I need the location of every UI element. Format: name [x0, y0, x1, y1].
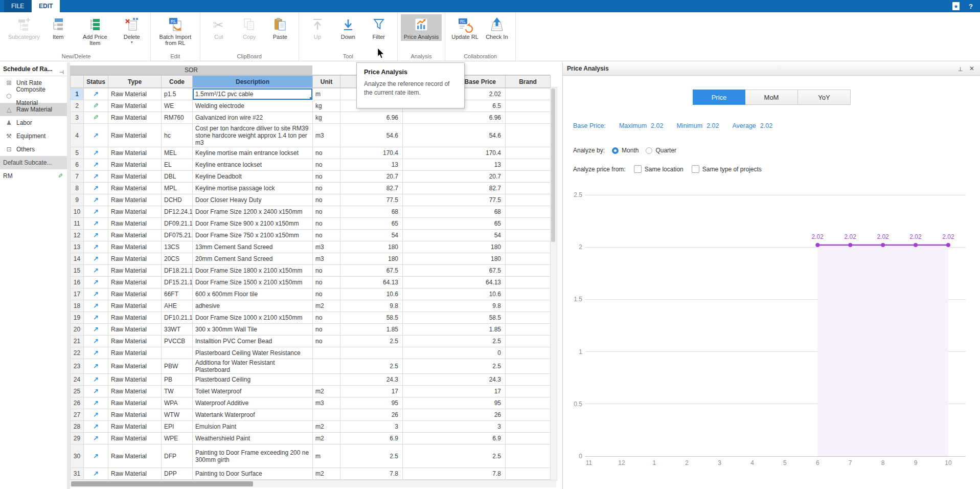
description-cell[interactable]: Toilet Waterproof [193, 386, 313, 397]
checkbox-icon[interactable] [634, 165, 642, 173]
code-cell[interactable]: DF12.24.1 [162, 206, 193, 218]
radio-quarter-icon[interactable] [646, 147, 652, 154]
brand-cell[interactable] [506, 218, 551, 230]
rate-cell[interactable]: 77.5 [340, 194, 403, 206]
description-cell[interactable]: Door Frame Size 1800 x 2100 x150mm [193, 265, 313, 277]
row-number-cell[interactable]: 11 [71, 218, 84, 230]
code-cell[interactable]: DF075.21. [162, 230, 193, 241]
status-cell[interactable]: ↗ [84, 312, 108, 324]
description-cell[interactable]: Waterproof Additive [193, 397, 313, 409]
status-cell[interactable]: ↗ [84, 159, 108, 171]
rate-cell[interactable]: 17 [340, 386, 403, 397]
type-cell[interactable]: Raw Material [108, 397, 162, 409]
description-cell[interactable]: 1.5mm²/1C pvc cable [193, 88, 313, 100]
code-cell[interactable]: EPI [162, 421, 193, 433]
brand-cell[interactable] [506, 147, 551, 159]
row-number-cell[interactable]: 8 [71, 183, 84, 194]
tab-price[interactable]: Price [693, 90, 745, 105]
base-price-cell[interactable]: 54 [403, 230, 506, 241]
type-cell[interactable]: Raw Material [108, 421, 162, 433]
type-cell[interactable]: Raw Material [108, 171, 162, 183]
status-cell[interactable]: ↗ [84, 409, 108, 421]
status-cell[interactable]: ↗ [84, 230, 108, 241]
base-price-cell[interactable]: 6.9 [403, 433, 506, 444]
pin-icon[interactable]: ⊤ [55, 70, 69, 75]
unit-cell[interactable]: no [313, 171, 340, 183]
description-cell[interactable]: 300 x 300mm Wall Tile [193, 324, 313, 336]
rate-cell[interactable]: 2.5 [340, 336, 403, 347]
brand-cell[interactable] [506, 397, 551, 409]
unit-cell[interactable] [313, 347, 340, 359]
rate-cell[interactable]: 7.8 [340, 468, 403, 480]
type-cell[interactable]: Raw Material [108, 288, 162, 300]
rate-cell[interactable]: 54 [340, 230, 403, 241]
status-cell[interactable]: ↗ [84, 468, 108, 480]
brand-cell[interactable] [506, 336, 551, 347]
vertical-scrollbar[interactable] [550, 87, 557, 481]
type-cell[interactable]: Raw Material [108, 194, 162, 206]
type-cell[interactable]: Raw Material [108, 183, 162, 194]
rate-cell[interactable]: 1.85 [340, 324, 403, 336]
status-cell[interactable]: ↗ [84, 433, 108, 444]
status-cell[interactable]: ↗ [84, 147, 108, 159]
status-cell[interactable]: ↗ [84, 324, 108, 336]
description-cell[interactable]: Watertank Waterproof [193, 409, 313, 421]
code-cell[interactable]: WTW [162, 409, 193, 421]
row-number-cell[interactable]: 26 [71, 397, 84, 409]
close-icon[interactable]: ✕ [969, 62, 974, 75]
status-cell[interactable]: ↗ [84, 421, 108, 433]
code-cell[interactable]: WPA [162, 397, 193, 409]
rate-cell[interactable]: 3 [340, 421, 403, 433]
code-cell[interactable]: MPL [162, 183, 193, 194]
rate-cell[interactable]: 13 [340, 159, 403, 171]
status-cell[interactable]: ↗ [84, 277, 108, 288]
code-cell[interactable]: WPE [162, 433, 193, 444]
down-button[interactable]: Down [333, 14, 363, 41]
bookmark-icon[interactable]: ★ [952, 2, 960, 10]
row-number-cell[interactable]: 21 [71, 336, 84, 347]
brand-cell[interactable] [506, 124, 551, 147]
rate-cell[interactable]: 26 [340, 409, 403, 421]
row-number-cell[interactable]: 2 [71, 100, 84, 112]
description-cell[interactable]: Door Frame Size 1000 x 2100 x150mm [193, 312, 313, 324]
rate-cell[interactable]: 6.9 [340, 433, 403, 444]
type-cell[interactable]: Raw Material [108, 241, 162, 253]
code-cell[interactable]: DF09.21.1 [162, 218, 193, 230]
radio-quarter[interactable]: Quarter [646, 147, 676, 154]
description-cell[interactable]: Door Frame Size 750 x 2100 x150mm [193, 230, 313, 241]
description-cell[interactable]: Galvanized iron wire #22 [193, 112, 313, 124]
row-number-cell[interactable]: 29 [71, 433, 84, 444]
code-cell[interactable]: PVCCB [162, 336, 193, 347]
brand-cell[interactable] [506, 230, 551, 241]
description-cell[interactable]: Weathershield Paint [193, 433, 313, 444]
type-cell[interactable]: Raw Material [108, 386, 162, 397]
update-rl-button[interactable]: RLUpdate RL [448, 14, 482, 41]
description-cell[interactable]: Welding electrode [193, 100, 313, 112]
status-cell[interactable]: ↗ [84, 336, 108, 347]
unit-cell[interactable]: kg [313, 112, 340, 124]
description-cell[interactable]: 600 x 600mm Floor tile [193, 288, 313, 300]
status-cell[interactable]: ↗ [84, 444, 108, 468]
unit-cell[interactable]: no [313, 312, 340, 324]
description-cell[interactable]: Door Frame Size 900 x 2100 x150mm [193, 218, 313, 230]
unit-cell[interactable]: m2 [313, 468, 340, 480]
status-cell[interactable]: ↗ [84, 374, 108, 386]
status-cell[interactable]: ↗ [84, 253, 108, 265]
base-price-cell[interactable]: 9.8 [403, 300, 506, 312]
add-price-item-button[interactable]: Add Price Item [74, 14, 117, 47]
brand-cell[interactable] [506, 468, 551, 480]
unit-cell[interactable]: no [313, 288, 340, 300]
unit-cell[interactable]: m3 [313, 124, 340, 147]
description-cell[interactable]: Door Closer Heavy Duty [193, 194, 313, 206]
status-cell[interactable]: ↗ [84, 206, 108, 218]
code-cell[interactable]: DCHD [162, 194, 193, 206]
brand-cell[interactable] [506, 183, 551, 194]
brand-cell[interactable] [506, 194, 551, 206]
description-cell[interactable]: Door Frame Size 1500 x 2100 x150mm [193, 277, 313, 288]
tab-mom[interactable]: MoM [745, 90, 798, 105]
pin-icon[interactable]: ⊤ [958, 62, 963, 75]
base-price-cell[interactable]: 24.3 [403, 374, 506, 386]
base-price-cell[interactable]: 2.5 [403, 336, 506, 347]
check-in-button[interactable]: Check In [482, 14, 512, 41]
type-cell[interactable]: Raw Material [108, 147, 162, 159]
